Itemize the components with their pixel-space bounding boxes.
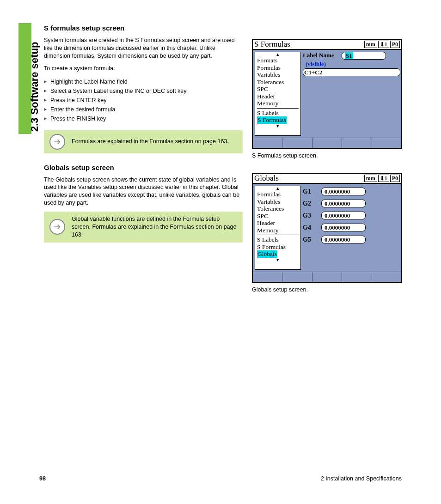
soft-key[interactable] <box>282 272 312 282</box>
page-number: 98 <box>39 475 46 482</box>
side-tab: 2.3 Software setup <box>18 23 31 134</box>
sidebar-item[interactable]: Formulas <box>257 64 299 72</box>
s-formulas-panel: S Formulas mm ⬇1 P0 ▴ Formats Formulas V… <box>252 39 402 149</box>
panel2-caption: Globals setup screen. <box>252 286 404 293</box>
global-row: G2 0.0000000 <box>303 200 400 207</box>
sidebar-item-selected[interactable]: Globals <box>257 250 277 258</box>
panel-title: S Formulas <box>254 40 290 49</box>
section2-heading: Globals setup screen <box>44 164 243 171</box>
global-row: G4 0.0000000 <box>303 224 400 231</box>
g2-field[interactable]: 0.0000000 <box>321 200 366 207</box>
note-box-1: Formulas are explained in the Formulas s… <box>44 130 243 153</box>
panel-titlebar: Globals mm ⬇1 P0 <box>253 174 401 184</box>
soft-key-row <box>253 272 401 282</box>
soft-key[interactable] <box>253 138 282 148</box>
soft-key[interactable] <box>372 138 401 148</box>
soft-key[interactable] <box>342 272 372 282</box>
sidebar-item[interactable]: Memory <box>257 227 299 234</box>
g-label: G2 <box>303 200 313 207</box>
sidebar-item[interactable]: Tolerances <box>257 205 299 213</box>
g-label: G1 <box>303 188 313 195</box>
page-indicator[interactable]: ⬇1 <box>378 41 389 48</box>
arrow-right-icon <box>49 219 65 235</box>
side-tab-text: 2.3 Software setup <box>29 42 41 132</box>
g-label: G4 <box>303 224 313 231</box>
step-item: Select a System Label using the INC or D… <box>44 86 243 96</box>
g1-field[interactable]: 0.0000000 <box>321 188 366 195</box>
chapter-label: 2 Installation and Specifications <box>321 475 402 482</box>
sidebar-item[interactable]: Header <box>257 219 299 227</box>
sidebar-item[interactable]: S Labels <box>257 236 299 243</box>
sidebar-item[interactable]: Variables <box>257 71 299 79</box>
unit-indicator[interactable]: mm <box>364 175 377 182</box>
g-label: G5 <box>303 236 313 243</box>
soft-key[interactable] <box>282 138 312 148</box>
panel-main: Label Name S1 (visible) C1+C2 <box>303 50 401 138</box>
global-row: G1 0.0000000 <box>303 188 400 195</box>
sidebar-item[interactable]: S Labels <box>257 109 299 117</box>
note-box-2: Global variable functions are defined in… <box>44 212 243 243</box>
label-name-field[interactable]: S1 <box>342 52 386 60</box>
step-item: Highlight the Label Name field <box>44 77 243 86</box>
g5-field[interactable]: 0.0000000 <box>321 236 366 243</box>
sidebar-item[interactable]: SPC <box>257 85 299 93</box>
section1-para1: System formulas are created in the S For… <box>44 36 243 60</box>
scroll-up-icon[interactable]: ▴ <box>257 52 299 57</box>
panel-main: G1 0.0000000 G2 0.0000000 G3 0.0000000 G… <box>303 184 401 272</box>
step-item: Press the FINISH key <box>44 114 243 123</box>
indicator-group: mm ⬇1 P0 <box>364 175 400 182</box>
panel-sidebar: ▴ Formulas Variables Tolerances SPC Head… <box>255 186 301 270</box>
soft-key[interactable] <box>372 272 401 282</box>
g3-field[interactable]: 0.0000000 <box>321 212 366 219</box>
sidebar-item[interactable]: Tolerances <box>257 79 299 86</box>
panel1-caption: S Formulas setup screen. <box>252 152 404 159</box>
page-indicator[interactable]: ⬇1 <box>378 175 389 182</box>
global-row: G5 0.0000000 <box>303 236 400 243</box>
sidebar-item[interactable]: Formats <box>257 57 299 64</box>
panel-titlebar: S Formulas mm ⬇1 P0 <box>253 40 401 50</box>
soft-key[interactable] <box>253 272 282 282</box>
step-item: Press the ENTER key <box>44 96 243 105</box>
sidebar-item[interactable]: Variables <box>257 198 299 206</box>
left-column: S formulas setup screen System formulas … <box>44 24 243 307</box>
scroll-down-icon[interactable]: ▾ <box>257 124 299 128</box>
sidebar-item[interactable]: Memory <box>257 100 299 107</box>
g4-field[interactable]: 0.0000000 <box>321 224 366 231</box>
panel-title: Globals <box>254 174 279 183</box>
section1-heading: S formulas setup screen <box>44 24 243 32</box>
section1-steps: Highlight the Label Name field Select a … <box>44 77 243 123</box>
sidebar-item[interactable]: S Formulas <box>257 243 299 251</box>
p-indicator[interactable]: P0 <box>390 175 400 182</box>
globals-panel: Globals mm ⬇1 P0 ▴ Formulas Variables To… <box>252 173 402 283</box>
panel-sidebar: ▴ Formats Formulas Variables Tolerances … <box>255 52 301 136</box>
right-column: S Formulas mm ⬇1 P0 ▴ Formats Formulas V… <box>252 24 404 307</box>
field-label: Label Name <box>303 52 340 59</box>
sidebar-item-selected[interactable]: S Formulas <box>257 116 287 124</box>
note-text-2: Global variable functions are defined in… <box>72 215 237 239</box>
visible-label: (visible) <box>303 61 400 68</box>
step-item: Enter the desired formula <box>44 105 243 114</box>
note-text-1: Formulas are explained in the Formulas s… <box>72 138 229 146</box>
page-footer: 98 2 Installation and Specifications <box>39 475 402 482</box>
global-row: G3 0.0000000 <box>303 212 400 219</box>
indicator-group: mm ⬇1 P0 <box>364 41 400 48</box>
section2-para1: The Globals setup screen shows the curre… <box>44 176 243 207</box>
soft-key[interactable] <box>312 272 342 282</box>
sidebar-item[interactable]: Header <box>257 93 299 100</box>
soft-key-row <box>253 138 401 148</box>
scroll-down-icon[interactable]: ▾ <box>257 258 299 262</box>
p-indicator[interactable]: P0 <box>390 41 400 48</box>
arrow-right-icon <box>49 134 65 150</box>
scroll-up-icon[interactable]: ▴ <box>257 186 299 191</box>
formula-field[interactable]: C1+C2 <box>303 69 322 76</box>
sidebar-item[interactable]: Formulas <box>257 191 299 198</box>
g-label: G3 <box>303 212 313 219</box>
soft-key[interactable] <box>342 138 372 148</box>
sidebar-item[interactable]: SPC <box>257 213 299 220</box>
section1-para2: To create a system formula: <box>44 65 243 73</box>
unit-indicator[interactable]: mm <box>364 41 377 48</box>
soft-key[interactable] <box>312 138 342 148</box>
